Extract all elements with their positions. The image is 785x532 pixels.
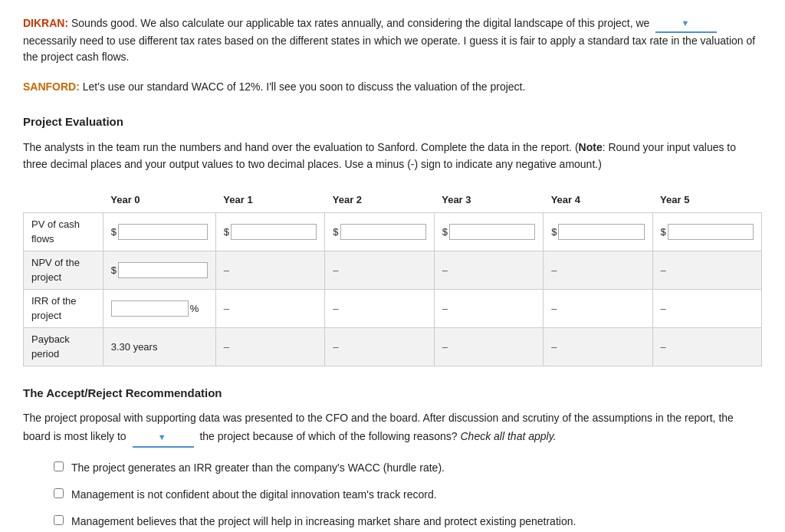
- irr-year0-cell: %: [103, 289, 215, 327]
- checkbox-market-share[interactable]: [54, 515, 64, 525]
- pv-year3-input-wrap: $: [442, 224, 535, 240]
- checkbox-list: The project generates an IRR greater tha…: [54, 460, 762, 532]
- dollar-sign: $: [442, 225, 448, 240]
- dikran-text1: Sounds good. We also calculate our appli…: [71, 17, 649, 29]
- list-item-irr: The project generates an IRR greater tha…: [54, 460, 762, 476]
- pv-year1-input[interactable]: [231, 224, 317, 240]
- recommendation-text: The project proposal with supporting dat…: [23, 409, 762, 448]
- npv-dash-1: –: [224, 264, 229, 276]
- rec-text-after: the project because of which of the foll…: [199, 430, 460, 442]
- list-item-market-share: Management believes that the project wil…: [54, 514, 762, 530]
- chevron-down-icon: ▼: [681, 17, 689, 30]
- irr-year3-cell: –: [434, 289, 543, 327]
- pv-year4-input[interactable]: [558, 224, 644, 240]
- sanford-name: SANFORD:: [23, 80, 80, 93]
- payback-year3-cell: –: [434, 327, 543, 366]
- pv-year4-input-wrap: $: [551, 224, 644, 240]
- col-header-year2: Year 2: [325, 188, 434, 212]
- payback-dash-2: –: [333, 341, 338, 353]
- npv-year4-cell: –: [544, 251, 652, 289]
- pv-year2-cell: $: [325, 212, 434, 251]
- irr-dash-2: –: [333, 303, 338, 314]
- payback-dash-4: –: [551, 341, 557, 353]
- row-label-irr: IRR of the project: [24, 289, 103, 327]
- payback-year0-cell: 3.30 years: [103, 327, 215, 366]
- dikran-text2: necessarily need to use different tax ra…: [23, 34, 755, 63]
- pv-year3-input[interactable]: [449, 224, 535, 240]
- dikran-dropdown1[interactable]: ▼: [655, 15, 717, 33]
- pv-year5-input-wrap: $: [661, 224, 754, 240]
- npv-year0-input-wrap: $: [111, 262, 208, 278]
- row-label-payback: Payback period: [24, 327, 103, 366]
- dikran-name: DIKRAN:: [23, 17, 68, 29]
- table-row-npv: NPV of the project $ – – – – –: [24, 251, 762, 289]
- evaluation-table: Year 0 Year 1 Year 2 Year 3 Year 4 Year …: [23, 188, 762, 366]
- dollar-sign: $: [111, 263, 117, 278]
- checkbox-track-record-label: Management is not confident about the di…: [71, 487, 437, 503]
- col-header-year1: Year 1: [215, 188, 324, 212]
- pv-year2-input-wrap: $: [333, 224, 425, 240]
- payback-year5-cell: –: [652, 327, 761, 366]
- table-row-irr: IRR of the project % – – – – –: [24, 289, 762, 327]
- npv-dash-5: –: [661, 264, 666, 276]
- irr-year0-input[interactable]: [111, 300, 189, 317]
- irr-dash-5: –: [661, 303, 666, 314]
- npv-year3-cell: –: [434, 251, 543, 289]
- npv-dash-4: –: [551, 264, 557, 276]
- npv-year0-input[interactable]: [118, 262, 208, 278]
- irr-year2-cell: –: [325, 289, 434, 327]
- pv-year0-cell: $: [103, 212, 215, 251]
- table-header-row: Year 0 Year 1 Year 2 Year 3 Year 4 Year …: [24, 188, 762, 212]
- payback-dash-1: –: [224, 341, 229, 353]
- npv-year2-cell: –: [325, 251, 434, 289]
- irr-dash-1: –: [224, 303, 229, 314]
- npv-year0-cell: $: [103, 251, 215, 289]
- payback-year1-cell: –: [215, 327, 324, 366]
- pv-year5-input[interactable]: [668, 224, 754, 240]
- col-header-year5: Year 5: [652, 188, 761, 212]
- col-header-label: [24, 188, 103, 212]
- check-all-apply: Check all that apply.: [461, 430, 557, 442]
- checkbox-track-record[interactable]: [54, 488, 64, 498]
- col-header-year4: Year 4: [544, 188, 652, 212]
- npv-year5-cell: –: [652, 251, 761, 289]
- checkbox-irr[interactable]: [54, 461, 64, 471]
- checkbox-irr-label: The project generates an IRR greater tha…: [71, 460, 445, 476]
- chevron-down-icon: ▼: [158, 430, 166, 445]
- recommendation-title: The Accept/Reject Recommendation: [23, 385, 762, 402]
- board-decision-dropdown[interactable]: ▼: [133, 428, 194, 448]
- sanford-paragraph: SANFORD: Let's use our standard WACC of …: [23, 79, 762, 95]
- payback-dash-5: –: [661, 341, 666, 353]
- irr-year4-cell: –: [544, 289, 652, 327]
- col-header-year0: Year 0: [103, 188, 215, 212]
- payback-value: 3.30 years: [111, 341, 158, 353]
- dikran-paragraph: DIKRAN: Sounds good. We also calculate o…: [23, 15, 762, 65]
- row-label-pv: PV of cash flows: [24, 212, 103, 251]
- pv-year0-input-wrap: $: [111, 224, 208, 240]
- npv-dash-3: –: [442, 264, 448, 276]
- pv-year2-input[interactable]: [340, 224, 426, 240]
- dollar-sign: $: [224, 225, 229, 240]
- pv-year0-input[interactable]: [118, 224, 208, 240]
- sanford-text: Let's use our standard WACC of 12%. I'll…: [83, 80, 526, 93]
- dollar-sign: $: [111, 225, 117, 240]
- instruction-text: The analysts in the team run the numbers…: [23, 139, 762, 173]
- payback-year2-cell: –: [325, 327, 434, 366]
- row-label-npv: NPV of the project: [24, 251, 103, 289]
- dollar-sign: $: [333, 225, 338, 240]
- dikran-block: DIKRAN: Sounds good. We also calculate o…: [23, 15, 762, 65]
- pv-year3-cell: $: [434, 212, 543, 251]
- percent-sign: %: [190, 301, 199, 317]
- irr-dash-4: –: [551, 303, 557, 314]
- list-item-track-record: Management is not confident about the di…: [54, 487, 762, 503]
- dikran-dropdown1-value: [655, 15, 679, 31]
- pv-year1-cell: $: [215, 212, 324, 251]
- payback-year4-cell: –: [544, 327, 652, 366]
- checkbox-market-share-label: Management believes that the project wil…: [71, 514, 576, 530]
- col-header-year3: Year 3: [434, 188, 543, 212]
- table-row-payback: Payback period 3.30 years – – – – –: [24, 327, 762, 366]
- project-evaluation-title: Project Evaluation: [23, 113, 762, 131]
- npv-dash-2: –: [333, 264, 338, 276]
- payback-dash-3: –: [442, 341, 448, 353]
- pv-year1-input-wrap: $: [224, 224, 317, 240]
